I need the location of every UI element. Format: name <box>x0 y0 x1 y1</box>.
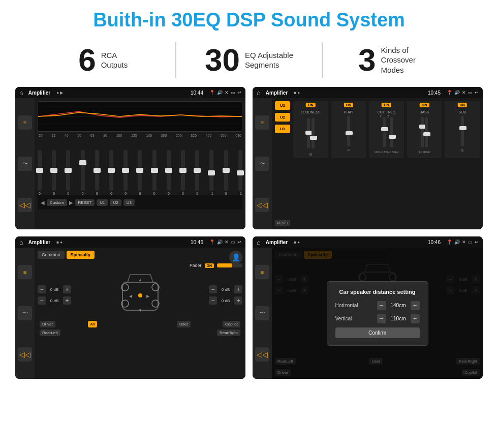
eq-slider-9[interactable]: 0 <box>167 150 171 195</box>
eq-graph <box>38 101 242 132</box>
eq-slider-8[interactable]: 0 <box>152 150 157 195</box>
horizontal-minus[interactable]: − <box>377 301 386 310</box>
screen3-body: ≡ 〜 ◁◁ 👤 Common Specialty Fader ON <box>15 248 245 379</box>
rearleft-btn-s3[interactable]: RearLeft <box>40 330 60 336</box>
home-icon-1[interactable]: ⌂ <box>19 89 23 97</box>
bass-module: ON BASS 3.0 90Hz <box>407 101 442 158</box>
s4-eq-btn[interactable]: ≡ <box>255 265 269 279</box>
loudness-label: LOUDNESS <box>295 110 326 114</box>
back-icon-3[interactable]: ↩ <box>237 240 241 245</box>
amp-modules-row: ON LOUDNESS G ON PH <box>293 101 480 158</box>
waveform-btn[interactable]: 〜 <box>18 157 32 171</box>
confirm-button[interactable]: Confirm <box>335 327 420 338</box>
custom-btn[interactable]: Custom <box>47 199 67 206</box>
s3-wave-btn[interactable]: 〜 <box>18 306 32 320</box>
stat-label-rca: RCAOutputs <box>101 50 128 70</box>
s3-eq-btn[interactable]: ≡ <box>18 265 32 279</box>
vol-plus-tl[interactable]: + <box>63 285 71 293</box>
eq-slider-1[interactable]: 0 <box>52 150 56 195</box>
page-container: Buith-in 30EQ DSP Sound System 6 RCAOutp… <box>0 0 498 379</box>
stat-label-crossover: Kinds ofCrossover Modes <box>381 45 432 75</box>
vol-minus-br[interactable]: − <box>209 296 217 305</box>
vertical-plus[interactable]: + <box>411 314 420 323</box>
next-btn[interactable]: ▶ <box>69 200 73 205</box>
all-btn-s3[interactable]: All <box>88 321 98 327</box>
fader-row: Fader ON <box>38 263 242 268</box>
fader-track[interactable] <box>217 263 242 267</box>
back-icon-4[interactable]: ↩ <box>475 240 479 245</box>
eq-slider-13[interactable]: 0 <box>224 150 228 195</box>
back-icon-2[interactable]: ↩ <box>475 90 479 95</box>
home-icon-2[interactable]: ⌂ <box>257 89 261 97</box>
eq-slider-5[interactable]: 0 <box>109 150 113 195</box>
u3-preset-btn[interactable]: U3 <box>275 125 290 133</box>
preset-column: U1 U2 U3 RESET <box>275 101 290 226</box>
eq-slider-6[interactable]: 0 <box>123 150 128 195</box>
phat-on-badge: ON <box>344 103 354 107</box>
screen-eq-sliders: ⌂ Amplifier ● ▶ 10:44 📍 🔊 ✕ ▭ ↩ ≡ 〜 ◁◁ <box>15 87 245 229</box>
amp-controls: ON LOUDNESS G ON PH <box>293 101 480 226</box>
eq-slider-0[interactable]: 0 <box>38 150 42 195</box>
s3-vol-btn[interactable]: ◁◁ <box>18 347 32 362</box>
reset-btn-s2[interactable]: RESET <box>275 220 290 226</box>
eq-slider-2[interactable]: 0 <box>66 150 70 195</box>
s2-left-controls: ≡ 〜 ◁◁ <box>253 98 272 229</box>
time-1: 10:44 <box>191 90 203 96</box>
home-icon-4[interactable]: ⌂ <box>257 238 261 246</box>
amplifier-title-2: Amplifier <box>266 90 288 96</box>
copilot-btn-s3[interactable]: Copilot <box>223 321 240 327</box>
s4-wave-btn[interactable]: 〜 <box>255 306 269 320</box>
home-icon-3[interactable]: ⌂ <box>19 238 23 246</box>
vol-plus-br[interactable]: + <box>234 296 242 305</box>
u2-btn[interactable]: U2 <box>110 199 121 206</box>
driver-btn-s3[interactable]: Driver <box>40 321 55 327</box>
u3-btn[interactable]: U3 <box>123 199 135 206</box>
vol-row-tl: − 0 dB + <box>38 285 71 293</box>
minimize-icon-4: ▭ <box>468 240 473 245</box>
eq-slider-14[interactable]: -1 <box>238 150 242 195</box>
specialty-tab-s3[interactable]: Specialty <box>67 251 95 259</box>
stat-eq: 30 EQ AdjustableSegments <box>176 44 321 76</box>
s2-eq-btn[interactable]: ≡ <box>255 115 269 130</box>
status-dots-3: ■ ● <box>56 240 63 245</box>
volume-icon-2: 🔊 <box>454 90 460 95</box>
phat-module: ON PHAT F <box>331 101 366 158</box>
eq-slider-11[interactable]: 0 <box>195 150 199 195</box>
vertical-minus[interactable]: − <box>377 314 386 323</box>
rearright-btn-s3[interactable]: RearRight <box>217 330 240 336</box>
common-tab-s3[interactable]: Common <box>38 251 65 259</box>
eq-slider-12[interactable]: -1 <box>209 150 213 195</box>
eq-settings-btn[interactable]: ≡ <box>18 115 32 130</box>
stat-number-eq: 30 <box>205 44 240 76</box>
s2-vol-btn[interactable]: ◁◁ <box>255 198 269 212</box>
back-icon-1[interactable]: ↩ <box>237 90 241 95</box>
stat-label-eq: EQ AdjustableSegments <box>245 50 293 70</box>
status-dots-1: ● ▶ <box>56 91 63 95</box>
phat-label: PHAT <box>333 110 364 114</box>
eq-slider-4[interactable]: 0 <box>95 150 99 195</box>
vol-minus-tl[interactable]: − <box>38 285 46 293</box>
s4-vol-btn[interactable]: ◁◁ <box>255 347 269 362</box>
reset-btn-1[interactable]: RESET <box>75 199 95 206</box>
user-btn-s3[interactable]: User <box>177 321 191 327</box>
status-icons-2: 📍 🔊 ✕ ▭ ↩ <box>447 90 479 95</box>
horizontal-plus[interactable]: + <box>411 301 420 310</box>
volume-btn[interactable]: ◁◁ <box>18 198 32 212</box>
eq-slider-3[interactable]: 5 <box>81 150 85 195</box>
screen-dialog: ⌂ Amplifier ■ ● 10:46 📍 🔊 ✕ ▭ ↩ ≡ 〜 ◁◁ <box>253 236 483 379</box>
u1-btn[interactable]: U1 <box>97 199 108 206</box>
person-icon-s3[interactable]: 👤 <box>229 251 242 264</box>
u2-preset-btn[interactable]: U2 <box>275 113 290 122</box>
vol-minus-bl[interactable]: − <box>38 296 46 305</box>
s4-left-controls: ≡ 〜 ◁◁ <box>253 248 272 379</box>
vol-minus-tr[interactable]: − <box>209 285 217 293</box>
vol-plus-bl[interactable]: + <box>63 296 71 305</box>
s2-wave-btn[interactable]: 〜 <box>255 157 269 171</box>
eq-slider-7[interactable]: 0 <box>138 150 142 195</box>
svg-text:◀: ◀ <box>129 294 133 298</box>
eq-slider-10[interactable]: 0 <box>181 150 185 195</box>
prev-btn[interactable]: ◀ <box>41 200 45 205</box>
vol-plus-tr[interactable]: + <box>234 285 242 293</box>
status-bar-3: ⌂ Amplifier ■ ● 10:46 📍 🔊 ✕ ▭ ↩ <box>15 236 245 248</box>
u1-preset-btn[interactable]: U1 <box>275 101 290 110</box>
